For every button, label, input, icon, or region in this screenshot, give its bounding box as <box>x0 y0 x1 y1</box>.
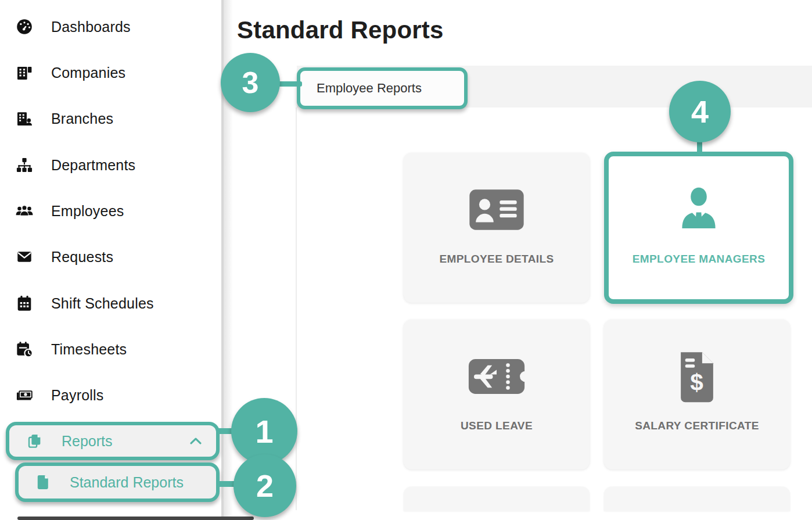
content-panel-left-edge <box>296 107 297 510</box>
sidebar-item-dashboards[interactable]: Dashboards <box>14 12 206 41</box>
calendar-clock-icon <box>14 340 35 358</box>
report-card-employee-managers[interactable]: EMPLOYEE MANAGERS <box>604 152 793 304</box>
report-card-label: USED LEAVE <box>461 419 533 432</box>
sidebar-item-shift-schedules[interactable]: Shift Schedules <box>14 289 206 318</box>
annotation-badge-3: 3 <box>221 53 280 112</box>
sidebar-item-label: Companies <box>51 64 125 81</box>
badge-number: 1 <box>255 413 273 450</box>
badge-number: 4 <box>691 94 709 130</box>
sidebar-item-label: Branches <box>51 110 113 127</box>
badge-number: 2 <box>256 468 274 504</box>
sidebar-item-reports[interactable]: Reports <box>6 422 220 460</box>
report-card-employee-details[interactable]: EMPLOYEE DETAILS <box>404 153 590 303</box>
annotation-badge-4: 4 <box>669 81 731 142</box>
sidebar-item-payrolls[interactable]: Payrolls <box>14 381 206 410</box>
sidebar-item-label: Dashboards <box>51 19 131 35</box>
dashboard-gauge-icon <box>14 17 35 36</box>
annotation-badge-2: 2 <box>233 454 296 517</box>
sidebar-item-branches[interactable]: Branches <box>14 104 206 133</box>
envelope-icon <box>14 248 35 266</box>
tab-employee-reports[interactable]: Employee Reports <box>297 67 468 109</box>
plane-ticket-icon <box>466 349 527 404</box>
sidebar-item-label: Timesheets <box>51 341 127 358</box>
sidebar-item-companies[interactable]: Companies <box>14 58 206 87</box>
sidebar-item-timesheets[interactable]: Timesheets <box>14 335 206 364</box>
report-card-label: SALARY CERTIFICATE <box>635 419 759 432</box>
chevron-up-icon[interactable] <box>189 437 202 445</box>
app-window: Dashboards Companies Branches Department… <box>0 0 812 520</box>
sidebar-item-label: Requests <box>51 249 113 266</box>
id-card-icon <box>469 182 524 238</box>
bottom-cutoff-bar <box>17 517 254 520</box>
report-card-label: EMPLOYEE MANAGERS <box>633 253 766 266</box>
page-title: Standard Reports <box>237 16 444 44</box>
calendar-icon <box>14 294 35 313</box>
tab-label: Employee Reports <box>317 81 422 96</box>
report-card-label: EMPLOYEE DETAILS <box>439 253 554 266</box>
copy-documents-icon <box>24 432 45 450</box>
sidebar: Dashboards Companies Branches Department… <box>0 0 221 520</box>
sidebar-item-label: Payrolls <box>51 387 104 404</box>
svg-text:$: $ <box>690 369 703 396</box>
report-card-salary-certificate[interactable]: $ SALARY CERTIFICATE <box>604 320 790 469</box>
money-bill-icon <box>14 386 35 404</box>
company-building-icon <box>14 63 35 82</box>
sidebar-item-label: Departments <box>51 157 135 174</box>
sidebar-item-label: Employees <box>51 203 124 220</box>
report-card-partial-right[interactable] <box>604 487 790 511</box>
users-icon <box>14 202 35 220</box>
file-icon <box>35 474 52 491</box>
org-chart-icon <box>14 156 35 174</box>
sidebar-item-departments[interactable]: Departments <box>14 150 206 180</box>
sidebar-item-requests[interactable]: Requests <box>14 242 206 271</box>
sidebar-item-label: Reports <box>62 433 113 450</box>
sidebar-item-standard-reports[interactable]: Standard Reports <box>15 462 220 502</box>
sidebar-item-employees[interactable]: Employees <box>14 196 206 225</box>
user-tie-icon <box>672 182 725 238</box>
sidebar-item-label: Shift Schedules <box>51 295 154 312</box>
branch-building-person-icon <box>14 109 35 128</box>
badge-number: 3 <box>242 65 259 100</box>
sidebar-item-label: Standard Reports <box>70 474 184 491</box>
salary-document-icon: $ <box>675 349 719 404</box>
report-card-used-leave[interactable]: USED LEAVE <box>404 320 590 469</box>
report-card-partial-left[interactable] <box>404 487 590 511</box>
